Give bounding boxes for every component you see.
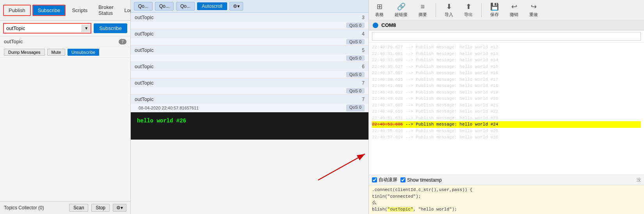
serial-log: 22:40:29.627 --> Publish message: hello … xyxy=(369,42,644,175)
toolbar-label-table: 表格 xyxy=(375,12,384,18)
serial-title: COM8 xyxy=(381,22,396,28)
tab-subscribe[interactable]: Subscribe xyxy=(32,5,66,16)
toolbar-divider-2 xyxy=(481,3,482,17)
toolbar-item-undo[interactable]: ↩ 撤销 xyxy=(507,2,521,18)
log-line: 22:40:49.616 --> Publish message: hello … xyxy=(372,108,641,115)
right-panel: ⊞ 表格 🔗 超链接 ≡ 摘要 ⬇ 导入 ⬆ 导出 💾 xyxy=(369,0,644,214)
message-group-7-expanded: outTopic 7 08-04-2020 22:40:57.81657611 … xyxy=(131,95,368,140)
timestamp-checkbox[interactable] xyxy=(400,177,406,182)
timestamp-label: Show timestamp xyxy=(407,177,442,183)
tab-scripts[interactable]: Scripts xyxy=(67,5,92,15)
save-icon: 💾 xyxy=(490,2,499,11)
qos-btn-2[interactable]: Qo... xyxy=(176,2,195,11)
message-header-4: outTopic 4 xyxy=(131,29,368,38)
log-line: 22:40:45.628 --> Publish message: hello … xyxy=(372,96,641,102)
log-line: 22:40:39.625 --> Publish message: hello … xyxy=(372,76,641,83)
middle-panel: Qo... Qo... Qo... Autoscroll ⚙▾ outTopic… xyxy=(131,0,369,214)
subscribe-bar: ▼ Subscribe xyxy=(0,21,130,36)
no-newline-label: 没 xyxy=(637,177,641,183)
topic-item-outTopic: outTopic 7 xyxy=(0,36,130,47)
message-topic-4: outTopic xyxy=(135,31,153,37)
message-expanded-topic: outTopic xyxy=(135,96,153,102)
mute-button[interactable]: Mute xyxy=(47,49,65,56)
scan-button[interactable]: Scan xyxy=(69,204,88,212)
toolbar-item-table[interactable]: ⊞ 表格 xyxy=(373,2,386,18)
message-meta-6: QoS 0 xyxy=(131,71,368,78)
topic-list: outTopic 7 Dump Messages Mute Unsubscrib… xyxy=(0,36,130,201)
autoscroll-checkbox-label[interactable]: 自动滚屏 xyxy=(372,177,397,183)
summary-icon: ≡ xyxy=(421,3,425,11)
toolbar-label-import: 导入 xyxy=(445,12,453,18)
log-line: 22:40:51.631 --> Publish message: hello … xyxy=(372,115,641,122)
code-line: 么 xyxy=(372,200,641,206)
message-header-6: outTopic 6 xyxy=(131,62,368,71)
log-line: 22:40:31.601 --> Publish message: hello … xyxy=(372,51,641,57)
message-topic-7-c: outTopic xyxy=(135,80,153,86)
log-line: 22:40:33.609 --> Publish message: hello … xyxy=(372,57,641,64)
qos-btn-0[interactable]: Qo... xyxy=(134,2,153,11)
code-line: blish("outTopic", "hello world"); xyxy=(372,206,641,213)
collector-settings-button[interactable]: ⚙▾ xyxy=(113,204,126,212)
message-num-5: 5 xyxy=(362,48,365,53)
toolbar-label-export: 导出 xyxy=(464,12,473,18)
message-group-4: outTopic 4 QoS 0 xyxy=(131,29,368,46)
message-group-6: outTopic 6 QoS 0 xyxy=(131,62,368,78)
message-num-4: 4 xyxy=(362,31,365,37)
topic-dropdown-arrow[interactable]: ▼ xyxy=(82,25,91,32)
middle-toolbar: Qo... Qo... Qo... Autoscroll ⚙▾ xyxy=(131,0,368,13)
tab-bar: Publish Subscribe Scripts Broker Status … xyxy=(0,0,130,21)
message-group-7-collapsed: outTopic 7 QoS 0 xyxy=(131,78,368,95)
qos-btn-1[interactable]: Qo... xyxy=(155,2,174,11)
message-topic-6: outTopic xyxy=(135,64,153,69)
toolbar-item-link[interactable]: 🔗 超链接 xyxy=(392,2,410,18)
serial-input-bar xyxy=(369,30,644,42)
log-line: 22:40:35.627 --> Publish message: hello … xyxy=(372,64,641,70)
message-qos-4: QoS 0 xyxy=(346,39,365,44)
serial-dot-icon xyxy=(373,23,378,28)
timestamp-checkbox-label[interactable]: Show timestamp xyxy=(400,177,442,183)
toolbar-label-save: 保存 xyxy=(490,12,499,18)
message-header-5: outTopic 5 xyxy=(131,46,368,55)
message-settings-button[interactable]: ⚙▾ xyxy=(229,2,243,11)
message-topic-5: outTopic xyxy=(135,47,153,53)
toolbar-item-export[interactable]: ⬆ 导出 xyxy=(462,2,475,18)
message-num-3: 3 xyxy=(362,15,365,20)
right-toolbar: ⊞ 表格 🔗 超链接 ≡ 摘要 ⬇ 导入 ⬆ 导出 💾 xyxy=(369,0,644,20)
message-qos-5: QoS 0 xyxy=(346,55,365,61)
left-panel: Publish Subscribe Scripts Broker Status … xyxy=(0,0,131,214)
message-qos-7-c: QoS 0 xyxy=(346,88,365,94)
unsubscribe-button[interactable]: Unsubscribe xyxy=(68,49,99,56)
stop-button[interactable]: Stop xyxy=(91,204,110,212)
export-icon: ⬆ xyxy=(466,2,471,11)
log-line: 22:40:41.603 --> Publish message: hello … xyxy=(372,83,641,89)
tab-broker-status[interactable]: Broker Status xyxy=(94,2,118,18)
topic-input-wrapper: ▼ xyxy=(3,23,91,34)
toolbar-item-save[interactable]: 💾 保存 xyxy=(488,2,501,18)
serial-send-input[interactable] xyxy=(372,32,641,41)
dump-messages-button[interactable]: Dump Messages xyxy=(4,49,45,56)
tab-publish[interactable]: Publish xyxy=(3,5,31,16)
topic-item-badge: 7 xyxy=(119,39,126,44)
log-line: 22:40:55.616 --> Publish message: hello … xyxy=(372,128,641,134)
log-line: 22:40:37.607 --> Publish message: hello … xyxy=(372,70,641,76)
topic-item-label: outTopic xyxy=(4,39,23,44)
log-line: 22:40:47.607 --> Publish message: hello … xyxy=(372,102,641,109)
autoscroll-button[interactable]: Autoscroll xyxy=(197,2,227,10)
autoscroll-checkbox[interactable] xyxy=(372,177,377,182)
serial-monitor-header: COM8 xyxy=(369,20,644,30)
message-header-7-collapsed: outTopic 7 xyxy=(131,78,368,87)
topic-input[interactable] xyxy=(4,24,82,33)
message-qos-3: QoS 0 xyxy=(346,23,365,28)
toolbar-item-import[interactable]: ⬇ 导入 xyxy=(442,2,455,18)
collector-label: Topics Collector (0) xyxy=(4,205,66,210)
redo-icon: ↪ xyxy=(531,2,537,11)
topics-collector-bar: Topics Collector (0) Scan Stop ⚙▾ xyxy=(0,201,130,214)
log-line: 22:40:53.606 --> Publish message: hello … xyxy=(372,121,641,128)
toolbar-item-redo[interactable]: ↪ 重做 xyxy=(527,2,540,18)
toolbar-item-summary[interactable]: ≡ 摘要 xyxy=(416,2,429,18)
message-meta-5: QoS 0 xyxy=(131,55,368,62)
message-list: outTopic 3 QoS 0 outTopic 4 QoS 0 outT xyxy=(131,13,368,214)
code-section: .connect(clientId.c_str(),user,pass)) {t… xyxy=(369,185,644,214)
serial-bottom-bar: 自动滚屏 Show timestamp 没 xyxy=(369,175,644,185)
subscribe-button[interactable]: Subscribe xyxy=(94,23,127,33)
